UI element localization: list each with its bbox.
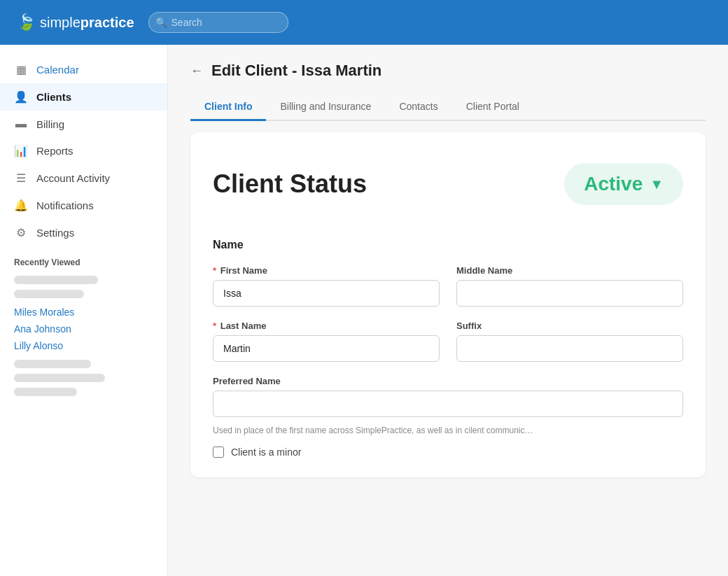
status-dropdown-icon: ▼ (650, 176, 664, 192)
middle-name-group: Middle Name (456, 265, 683, 307)
sidebar-label-clients: Clients (36, 91, 71, 103)
client-is-minor-row: Client is a minor (213, 447, 683, 458)
status-badge[interactable]: Active ▼ (564, 163, 683, 205)
sidebar-label-calendar: Calendar (36, 64, 79, 76)
first-name-input[interactable] (213, 280, 440, 307)
tabs: Client Info Billing and Insurance Contac… (190, 94, 706, 121)
preferred-name-row: Preferred Name (213, 376, 683, 417)
status-badge-value: Active (584, 173, 643, 195)
main-layout: ▦ Calendar 👤 Clients ▬ Billing 📊 Reports… (0, 45, 728, 576)
app-container: 🍃 simplepractice 🔍 ▦ Calendar 👤 Clients … (0, 0, 728, 576)
first-name-label: * First Name (213, 265, 440, 276)
skeleton-bar-2 (14, 290, 84, 298)
tab-client-info[interactable]: Client Info (190, 94, 266, 121)
sidebar-label-notifications: Notifications (36, 199, 94, 211)
name-section: Name * First Name Middle Name (213, 239, 683, 458)
sidebar-item-clients[interactable]: 👤 Clients (0, 83, 167, 111)
logo: 🍃 simplepractice (17, 13, 134, 31)
status-section: Client Status Active ▼ (213, 152, 683, 216)
middle-name-label: Middle Name (456, 265, 683, 276)
content-area: ← Edit Client - Issa Martin Client Info … (168, 45, 728, 576)
back-button[interactable]: ← (190, 64, 203, 78)
last-name-required-star: * (213, 321, 216, 331)
preferred-name-group: Preferred Name (213, 376, 683, 417)
last-name-group: * Last Name (213, 321, 440, 362)
first-name-group: * First Name (213, 265, 440, 307)
top-nav: 🍃 simplepractice 🔍 (0, 0, 728, 45)
account-activity-icon: ☰ (14, 171, 28, 185)
last-name-input[interactable] (213, 335, 440, 362)
suffix-input[interactable] (456, 335, 683, 362)
name-row-2: * Last Name Suffix (213, 321, 683, 362)
client-is-minor-label[interactable]: Client is a minor (231, 447, 301, 458)
logo-text: simplepractice (40, 15, 134, 31)
sidebar-item-reports[interactable]: 📊 Reports (0, 137, 167, 164)
client-info-card: Client Status Active ▼ Name * Fir (190, 132, 706, 477)
name-section-title: Name (213, 239, 683, 251)
name-row-1: * First Name Middle Name (213, 265, 683, 307)
tab-contacts[interactable]: Contacts (385, 94, 451, 121)
suffix-label: Suffix (456, 321, 683, 331)
recent-link-lilly-alonso[interactable]: Lilly Alonso (14, 337, 153, 354)
sidebar-label-billing: Billing (36, 118, 64, 130)
logo-simple: simple (40, 15, 80, 30)
last-name-label: * Last Name (213, 321, 440, 331)
billing-icon: ▬ (14, 118, 28, 130)
search-icon: 🔍 (155, 17, 167, 28)
preferred-name-input[interactable] (213, 391, 683, 417)
recently-viewed-section: Recently Viewed Miles Morales Ana Johnso… (0, 246, 167, 407)
sidebar: ▦ Calendar 👤 Clients ▬ Billing 📊 Reports… (0, 45, 168, 576)
suffix-group: Suffix (456, 321, 683, 362)
client-is-minor-checkbox[interactable] (213, 447, 224, 458)
skeleton-bar-5 (14, 388, 77, 396)
logo-practice: practice (80, 15, 134, 30)
preferred-name-label: Preferred Name (213, 376, 683, 386)
sidebar-label-settings: Settings (36, 227, 74, 239)
preferred-name-hint: Used in place of the first name across S… (213, 426, 683, 435)
page-title: Edit Client - Issa Martin (211, 62, 382, 80)
sidebar-item-account-activity[interactable]: ☰ Account Activity (0, 164, 167, 192)
first-name-required-star: * (213, 265, 216, 276)
sidebar-item-calendar[interactable]: ▦ Calendar (0, 56, 167, 83)
sidebar-item-settings[interactable]: ⚙ Settings (0, 219, 167, 246)
sidebar-label-reports: Reports (36, 145, 74, 157)
tab-client-portal[interactable]: Client Portal (452, 94, 533, 121)
page-header: ← Edit Client - Issa Martin (190, 62, 706, 80)
search-input[interactable] (148, 12, 288, 33)
recently-viewed-title: Recently Viewed (14, 258, 153, 267)
notifications-icon: 🔔 (14, 199, 28, 212)
skeleton-bar-4 (14, 374, 105, 382)
skeleton-bar-3 (14, 360, 91, 368)
clients-icon: 👤 (14, 90, 28, 104)
skeleton-bar-1 (14, 276, 98, 284)
recent-link-ana-johnson[interactable]: Ana Johnson (14, 321, 153, 337)
sidebar-item-notifications[interactable]: 🔔 Notifications (0, 192, 167, 219)
sidebar-label-account-activity: Account Activity (36, 172, 110, 184)
search-wrapper: 🔍 (148, 12, 288, 33)
recent-link-miles-morales[interactable]: Miles Morales (14, 304, 153, 321)
logo-icon: 🍃 (17, 13, 36, 31)
settings-icon: ⚙ (14, 226, 28, 239)
tab-billing-insurance[interactable]: Billing and Insurance (266, 94, 385, 121)
middle-name-input[interactable] (456, 280, 683, 307)
client-status-label: Client Status (213, 169, 367, 199)
calendar-icon: ▦ (14, 63, 28, 76)
sidebar-item-billing[interactable]: ▬ Billing (0, 111, 167, 137)
reports-icon: 📊 (14, 144, 28, 157)
